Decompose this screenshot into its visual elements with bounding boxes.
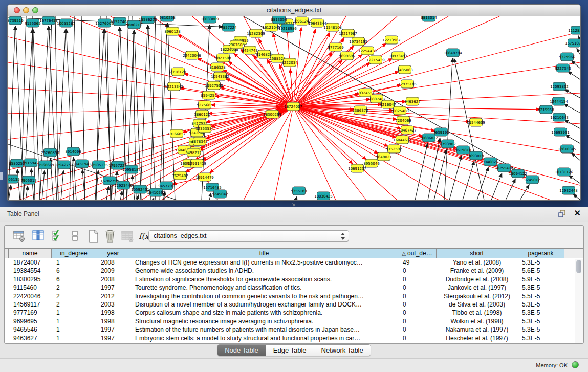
table-row[interactable]: 946362711997Embryonic stem cells: a mode… — [5, 334, 575, 342]
network-node[interactable]: 16033809 — [201, 16, 219, 23]
table-cell[interactable]: Structural magnetic resonance image aver… — [130, 317, 398, 325]
tab-edge-table[interactable]: Edge Table — [266, 345, 314, 356]
close-panel-button[interactable]: ✕ — [574, 208, 581, 218]
table-cell[interactable]: 5.3E-5 — [517, 334, 564, 342]
citation-edge-black[interactable] — [477, 167, 488, 200]
network-node[interactable]: 12975185 — [398, 80, 417, 88]
network-node[interactable]: 12942757 — [55, 161, 73, 169]
table-cell[interactable]: 5.3E-5 — [517, 300, 564, 309]
citation-edge-black[interactable] — [564, 104, 580, 113]
table-cell[interactable]: 14569117 — [9, 300, 52, 309]
citation-edge-black[interactable] — [57, 29, 66, 200]
citation-edge-black[interactable] — [573, 194, 580, 200]
citation-edge-black[interactable] — [137, 195, 139, 200]
citation-edge-black[interactable] — [506, 179, 515, 200]
table-cell[interactable]: 5.9E-5 — [517, 275, 564, 283]
table-cell[interactable]: 49 — [398, 258, 437, 267]
network-node[interactable]: 2967608 — [228, 40, 244, 49]
table-body[interactable]: 1872400712008Changes of HCN gene express… — [5, 258, 575, 343]
citation-edge-red[interactable] — [18, 106, 293, 200]
table-cell[interactable]: 5.3E-5 — [517, 283, 564, 292]
column-header-pagerank[interactable]: pagerank — [517, 249, 564, 258]
table-row[interactable]: 1938455462009Genome-wide association stu… — [5, 267, 575, 275]
side-panel-collapse-handle[interactable] — [0, 172, 3, 180]
table-cell[interactable]: 0 — [398, 292, 437, 300]
network-node[interactable]: 7485063 — [397, 65, 412, 74]
network-canvas[interactable]: 1872400718300295182260589827508818632810… — [8, 16, 580, 200]
table-cell[interactable]: Nakamura et al. (1997) — [437, 325, 517, 334]
tab-node-table[interactable]: Node Table — [217, 345, 266, 356]
column-header-name[interactable]: name — [9, 249, 52, 258]
network-node[interactable]: 7693019 — [468, 151, 484, 160]
table-cell[interactable]: Tourette syndrome. Phenomenology and cla… — [130, 283, 398, 292]
network-node[interactable]: 10958187 — [122, 165, 141, 173]
network-node[interactable]: 12991419 — [188, 159, 206, 167]
table-chooser-dropdown[interactable]: citations_edges.txt — [148, 230, 349, 242]
network-node[interactable]: 8878342 — [191, 137, 207, 145]
network-node[interactable]: 10055287 — [57, 19, 75, 27]
citation-edge-black[interactable] — [42, 170, 45, 200]
table-cell[interactable]: 0 — [398, 309, 437, 317]
table-cell[interactable]: 5.3E-5 — [517, 325, 564, 334]
network-node[interactable]: 8813014 — [421, 16, 437, 21]
network-node[interactable]: 15693931 — [551, 128, 570, 136]
network-node[interactable]: 9355183 — [291, 187, 307, 195]
citation-edge-red[interactable] — [8, 106, 293, 139]
column-header-out_de[interactable]: △out_de… — [398, 249, 437, 258]
network-node[interactable]: 16648784 — [444, 49, 462, 57]
table-row[interactable]: 1872400712008Changes of HCN gene express… — [5, 258, 575, 267]
network-node[interactable]: 12610345 — [558, 145, 576, 153]
network-node[interactable]: 3860121 — [194, 110, 210, 118]
network-node[interactable]: 18300295 — [263, 110, 281, 118]
network-node[interactable]: 12932448 — [559, 186, 578, 194]
network-node[interactable]: 8222034 — [281, 58, 298, 67]
table-cell[interactable]: Estimation of the future numbers of pati… — [130, 325, 398, 334]
table-cell[interactable]: 9115460 — [9, 283, 52, 292]
table-cell[interactable]: Embryonic stem cells: a model to study s… — [130, 334, 398, 342]
network-node[interactable]: 15751074 — [565, 39, 580, 47]
row-height-button[interactable] — [69, 230, 82, 243]
table-cell[interactable]: 6 — [52, 275, 96, 283]
table-cell[interactable]: 9463627 — [9, 334, 52, 342]
citation-edge-black[interactable] — [21, 16, 26, 200]
table-options-button[interactable] — [13, 230, 27, 243]
citation-edge-black[interactable] — [296, 196, 297, 200]
table-row[interactable]: 1830029562008Estimation of significance … — [5, 275, 575, 283]
table-cell[interactable]: 2 — [52, 292, 96, 300]
citation-edge-black[interactable] — [564, 120, 580, 128]
table-cell[interactable]: 1997 — [96, 334, 130, 342]
citation-edge-black[interactable] — [107, 16, 111, 200]
citation-edge-red[interactable] — [258, 39, 293, 106]
table-cell[interactable]: 1 — [52, 317, 96, 325]
network-node[interactable]: 16121045 — [262, 23, 280, 31]
network-node[interactable]: 8813054 — [271, 16, 287, 24]
network-window-titlebar[interactable]: citations_edges.txt — [8, 5, 580, 16]
table-cell[interactable]: 2003 — [96, 300, 130, 309]
table-cell[interactable]: 1997 — [96, 283, 130, 292]
network-node[interactable]: 8186328 — [209, 63, 225, 71]
network-node[interactable]: 18724007 — [284, 102, 302, 111]
network-node[interactable]: 2718120 — [170, 68, 186, 76]
table-cell[interactable]: 1 — [52, 258, 96, 267]
citation-edge-black[interactable] — [577, 48, 580, 54]
citation-edge-red[interactable] — [293, 60, 342, 106]
table-cell[interactable]: 9465546 — [9, 325, 52, 334]
citation-edge-black[interactable] — [569, 175, 580, 183]
network-node[interactable]: 12215439 — [366, 56, 385, 64]
network-node[interactable]: 11927508 — [205, 81, 223, 90]
citation-edge-red[interactable] — [293, 106, 448, 200]
tab-network-table[interactable]: Network Table — [314, 345, 371, 356]
network-node[interactable]: 8215958 — [538, 105, 554, 114]
citation-edge-red[interactable] — [293, 52, 332, 106]
table-cell[interactable]: de Silva et al. (2003) — [437, 300, 517, 309]
citation-edge-black[interactable] — [520, 184, 529, 200]
table-scrollbar-thumb[interactable] — [576, 260, 581, 273]
import-table-button[interactable] — [121, 230, 135, 243]
network-node[interactable]: 10543382 — [211, 72, 229, 80]
network-node[interactable]: 16210643 — [550, 113, 569, 121]
table-cell[interactable]: Disruption of a novel member of a sodium… — [130, 300, 398, 309]
table-cell[interactable]: 5.3E-5 — [517, 258, 564, 267]
citation-edge-black[interactable] — [140, 25, 148, 200]
network-node[interactable]: 8960128 — [164, 27, 180, 35]
table-row[interactable]: 977716911998Corpus callosum shape and si… — [5, 309, 575, 317]
